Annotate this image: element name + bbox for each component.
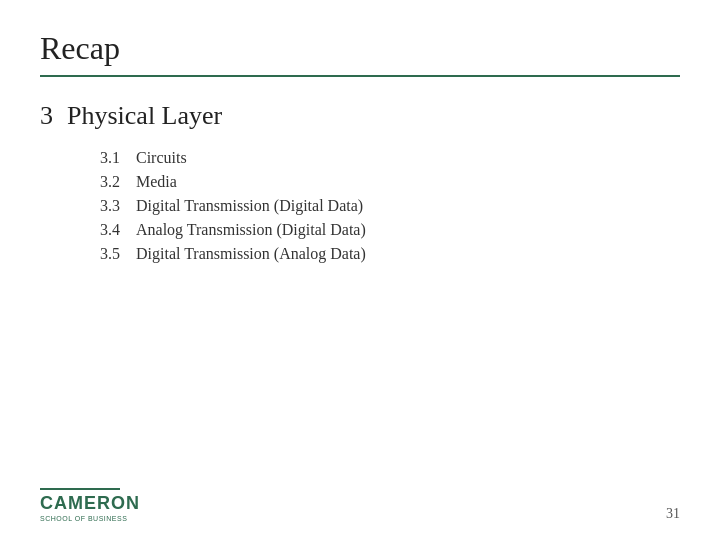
list-item: 3.1 Circuits (100, 149, 680, 167)
subsection-label-1: Circuits (136, 149, 187, 167)
section-title: Physical Layer (67, 101, 222, 131)
subsection-list: 3.1 Circuits 3.2 Media 3.3 Digital Trans… (100, 149, 680, 263)
list-item: 3.2 Media (100, 173, 680, 191)
list-item: 3.3 Digital Transmission (Digital Data) (100, 197, 680, 215)
logo-line (40, 488, 120, 490)
section-heading: 3 Physical Layer (40, 101, 680, 131)
logo-cameron: CAMERON (40, 493, 140, 514)
section-number: 3 (40, 101, 53, 131)
subsection-label-4: Analog Transmission (Digital Data) (136, 221, 366, 239)
subsection-number-2: 3.2 (100, 173, 136, 191)
slide-title: Recap (40, 30, 680, 77)
subsection-label-2: Media (136, 173, 177, 191)
subsection-number-3: 3.3 (100, 197, 136, 215)
footer-logo: CAMERON School of Business (40, 488, 140, 522)
list-item: 3.4 Analog Transmission (Digital Data) (100, 221, 680, 239)
subsection-label-3: Digital Transmission (Digital Data) (136, 197, 363, 215)
subsection-number-1: 3.1 (100, 149, 136, 167)
page-number: 31 (666, 506, 680, 522)
logo-subtitle: School of Business (40, 515, 127, 522)
subsection-number-5: 3.5 (100, 245, 136, 263)
subsection-number-4: 3.4 (100, 221, 136, 239)
slide: Recap 3 Physical Layer 3.1 Circuits 3.2 … (0, 0, 720, 540)
subsection-label-5: Digital Transmission (Analog Data) (136, 245, 366, 263)
list-item: 3.5 Digital Transmission (Analog Data) (100, 245, 680, 263)
footer: CAMERON School of Business 31 (0, 488, 720, 522)
